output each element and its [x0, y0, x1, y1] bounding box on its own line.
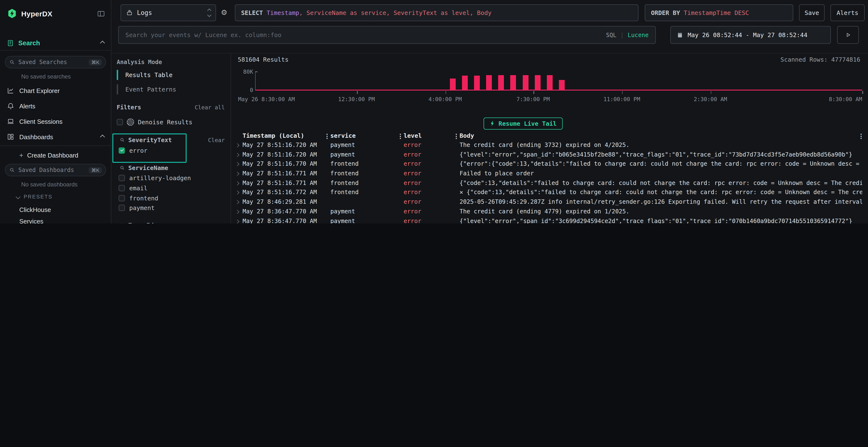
table-row[interactable]: May 27 8:51:16.770 AM frontend error {"e… [231, 160, 868, 169]
saved-dashboards-input[interactable]: Saved Dashboards ⌘K [5, 164, 106, 176]
column-grip-icon[interactable]: ⋮ [397, 133, 403, 140]
checkbox[interactable] [117, 119, 123, 125]
mode-results-table[interactable]: Results Table [117, 70, 225, 80]
lucene-mode-toggle[interactable]: Lucene [628, 32, 649, 38]
results-area: 581604 Results Scanned Rows: 47774816 80… [231, 53, 868, 224]
filter-value-label: payment [129, 204, 155, 211]
cell-timestamp: May 27 8:51:16.771 AM [243, 180, 326, 186]
filter-value-label: error [129, 147, 147, 154]
checkbox[interactable] [119, 205, 125, 211]
alerts-button[interactable]: Alerts [830, 4, 865, 21]
histogram-plot[interactable] [255, 71, 862, 91]
hyperdx-logo-icon [7, 8, 18, 19]
clear-filter-button[interactable]: Clear [208, 137, 225, 143]
saved-searches-input[interactable]: Saved Searches ⌘K [5, 56, 106, 68]
table-row[interactable]: May 27 8:51:16.772 AM frontend error ✕ {… [231, 188, 868, 198]
sidebar-item-search[interactable]: Search [7, 38, 104, 48]
play-icon [844, 31, 851, 38]
create-dashboard-button[interactable]: + Create Dashboard [19, 151, 79, 159]
denoise-results-row[interactable]: Denoise Results [117, 118, 225, 126]
checkbox[interactable] [119, 185, 125, 191]
source-settings-gear-icon[interactable]: ⚙ [221, 9, 227, 16]
checkbox[interactable] [119, 195, 125, 201]
row-expand-icon[interactable] [235, 181, 239, 185]
sidebar-item-dashboards[interactable]: Dashboards [7, 131, 104, 143]
cell-body: {"level":"error","span_id":"3c699d294594… [460, 217, 862, 224]
save-button[interactable]: Save [799, 4, 825, 21]
cell-body: {"error":{"code":13,"details":"failed to… [460, 161, 862, 167]
filter-value-row[interactable]: payment [117, 203, 225, 213]
sql-select-input[interactable]: SELECT Timestamp, ServiceName as service… [235, 4, 639, 21]
x-axis-label: May 26 8:30:00 AM [238, 96, 294, 103]
resume-live-tail-button[interactable]: Resume Live Tail [484, 117, 563, 130]
col-body[interactable]: Body [460, 132, 474, 139]
filter-value-label: artillery-loadgen [129, 175, 191, 182]
row-expand-icon[interactable] [235, 200, 239, 204]
x-axis-label: 11:00:00 PM [603, 96, 640, 103]
row-expand-icon[interactable] [235, 172, 239, 176]
histogram-bar [510, 75, 516, 90]
table-row[interactable]: May 27 8:51:16.771 AM frontend error Fai… [231, 169, 868, 178]
chevron-up-icon[interactable] [100, 134, 105, 139]
table-row[interactable]: May 27 8:46:29.281 AM error 2025-05-26T0… [231, 198, 868, 207]
table-row[interactable]: May 27 8:51:16.720 AM payment error {"le… [231, 150, 868, 160]
cell-body: Failed to place order [460, 170, 862, 177]
table-header: Timestamp (Local) ⋮ service ⋮ level ⋮ Bo… [231, 132, 868, 141]
sql-mode-toggle[interactable]: SQL [606, 32, 616, 38]
row-expand-icon[interactable] [235, 219, 239, 223]
col-service[interactable]: service [330, 132, 355, 139]
lucene-search-input[interactable]: Search your events w/ Lucene ex. column:… [118, 26, 656, 44]
source-select[interactable]: Logs [121, 4, 216, 21]
events-histogram[interactable]: 80K 0 May 26 8:30:00 AM12:30:00 PM4:00:0… [238, 66, 863, 103]
col-timestamp[interactable]: Timestamp (Local) [243, 132, 304, 139]
severity-values: error [117, 145, 225, 156]
clear-all-button[interactable]: Clear all [194, 104, 225, 111]
row-expand-icon[interactable] [235, 143, 239, 147]
mode-event-patterns[interactable]: Event Patterns [117, 84, 225, 94]
row-expand-icon[interactable] [235, 210, 239, 214]
histogram-bar [462, 76, 467, 90]
checkbox[interactable] [119, 147, 125, 153]
column-grip-icon[interactable]: ⋮ [453, 133, 459, 140]
cell-level: error [404, 199, 452, 205]
table-row[interactable]: May 27 8:36:47.770 AM payment error The … [231, 207, 868, 216]
lightning-icon [490, 121, 495, 127]
collapse-sidebar-icon[interactable] [97, 9, 105, 18]
filter-group-servicename: ServiceName artillery-loadgen email fron… [117, 164, 225, 213]
filter-value-row[interactable]: artillery-loadgen [117, 173, 225, 183]
filter-value-row[interactable]: frontend [117, 193, 225, 203]
column-grip-icon[interactable]: ⋮ [858, 133, 864, 140]
kbd-shortcut: ⌘K [89, 59, 102, 65]
calendar-icon [677, 32, 683, 38]
checkbox[interactable] [119, 175, 125, 181]
time-range-picker[interactable]: May 26 08:52:44 - May 27 08:52:44 [670, 26, 831, 44]
histogram-bar [534, 75, 540, 90]
sidebar-item-clickhouse[interactable]: ClickHouse [19, 206, 51, 213]
sidebar-item-chart-explorer[interactable]: Chart Explorer [7, 85, 104, 96]
cell-level: error [404, 151, 452, 158]
chevron-up-icon[interactable] [100, 40, 105, 45]
presets-section[interactable]: PRESETS [17, 194, 53, 199]
run-query-button[interactable] [837, 26, 859, 44]
topbar: Logs ⚙ SELECT Timestamp, ServiceName as … [111, 0, 868, 54]
axis-tick [533, 91, 534, 94]
brand-title: HyperDX [21, 9, 53, 18]
sidebar-item-services[interactable]: Services [19, 218, 43, 224]
filter-value-row[interactable]: error [117, 145, 225, 156]
sidebar-item-client-sessions[interactable]: Client Sessions [7, 115, 104, 127]
row-expand-icon[interactable] [235, 191, 239, 195]
col-level[interactable]: level [404, 132, 422, 139]
row-expand-icon[interactable] [235, 153, 239, 157]
cell-service: payment [330, 217, 398, 224]
filter-value-label: email [129, 184, 147, 192]
table-row[interactable]: May 27 8:51:16.771 AM frontend error {"c… [231, 179, 868, 188]
order-by-input[interactable]: ORDER BY TimestampTime DESC [645, 4, 793, 21]
row-expand-icon[interactable] [235, 162, 239, 166]
histogram-bar [486, 75, 492, 90]
column-grip-icon[interactable]: ⋮ [324, 133, 330, 140]
filter-value-row[interactable]: email [117, 183, 225, 193]
sidebar-item-alerts[interactable]: Alerts [7, 100, 104, 112]
table-row[interactable]: May 27 8:51:16.720 AM payment error The … [231, 141, 868, 150]
table-row[interactable]: May 27 8:36:47.770 AM payment error {"le… [231, 216, 868, 224]
cell-timestamp: May 27 8:36:47.770 AM [243, 217, 326, 224]
